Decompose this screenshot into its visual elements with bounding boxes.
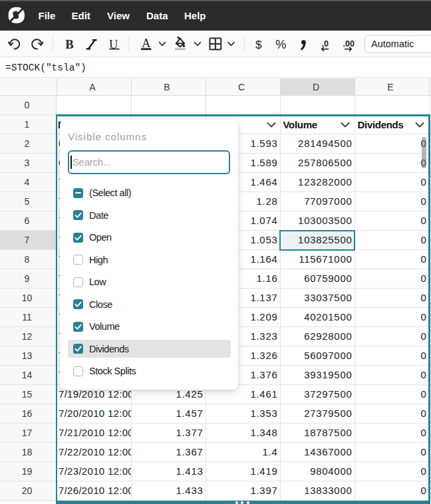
svg-text:B: B bbox=[65, 38, 73, 51]
svg-text:.00: .00 bbox=[343, 39, 355, 49]
svg-text:.0: .0 bbox=[322, 39, 329, 49]
svg-text:%: % bbox=[275, 38, 286, 51]
svg-text:A: A bbox=[142, 37, 150, 50]
svg-text:$: $ bbox=[255, 39, 262, 51]
